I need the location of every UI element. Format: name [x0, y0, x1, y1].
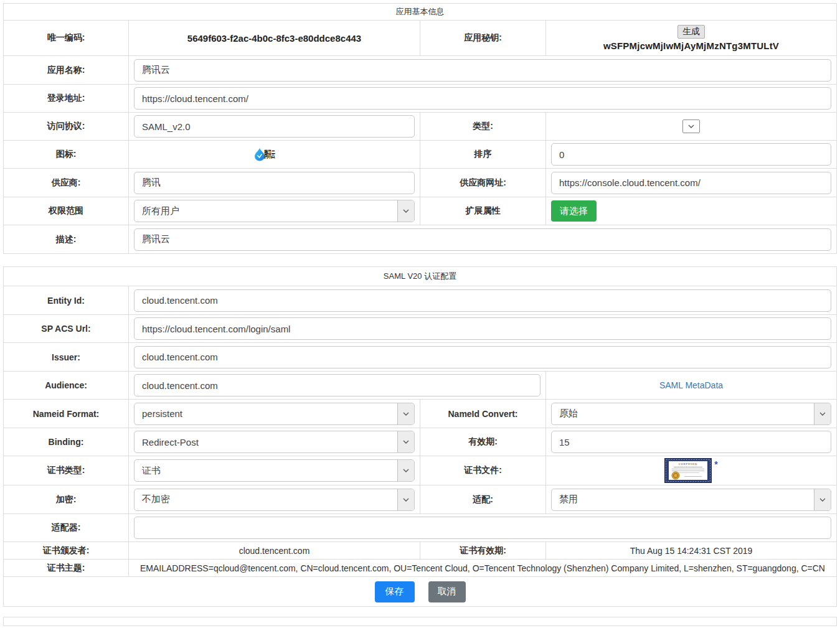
app-name-cell: [128, 56, 836, 84]
cert-file-label: 证书文件:: [420, 456, 545, 485]
app-name-input[interactable]: [134, 59, 831, 82]
cancel-button[interactable]: 取消: [428, 581, 466, 602]
chevron-down-icon: [397, 403, 414, 424]
ext-attr-select-button[interactable]: 请选择: [551, 200, 597, 222]
protocol-label: 访问协议:: [4, 113, 128, 140]
cert-type-select[interactable]: 证书: [134, 459, 415, 482]
binding-select[interactable]: Redirect-Post: [134, 431, 415, 453]
ext-attr-label: 扩展属性: [420, 197, 545, 225]
login-url-label: 登录地址:: [4, 85, 128, 112]
vendor-url-input[interactable]: [551, 172, 831, 194]
type-select[interactable]: [682, 120, 700, 133]
scope-label: 权限范围: [4, 197, 128, 225]
generate-secret-button[interactable]: 生成: [677, 25, 705, 39]
issuer-input[interactable]: [134, 346, 831, 368]
panel-title-basic-info: 应用基本信息: [4, 4, 836, 20]
saml-metadata-link[interactable]: SAML MetaData: [659, 380, 723, 390]
row-cert-subject: 证书主题: EMAILADDRESS=qcloud@tencent.com, C…: [4, 559, 836, 576]
row-entity-id: Entity Id:: [4, 286, 836, 314]
vendor-label: 供应商:: [4, 169, 128, 197]
sp-acs-url-input[interactable]: [134, 317, 831, 340]
nameid-convert-cell: 原始: [545, 400, 836, 428]
certificate-thumbnail-icon[interactable]: CERTIFIED: [664, 458, 712, 483]
type-cell: [545, 113, 836, 140]
row-icon: 图标: 腾讯云 排序: [4, 140, 836, 168]
row-actions: 保存 取消: [4, 576, 836, 606]
cert-type-cell: 证书: [128, 456, 420, 485]
row-adapter: 适配器:: [4, 513, 836, 541]
login-url-input[interactable]: [134, 87, 831, 110]
row-cert-type: 证书类型: 证书 证书文件: CERTIFIED: [4, 456, 836, 485]
entity-id-label: Entity Id:: [4, 286, 128, 314]
encryption-select[interactable]: 不加密: [134, 489, 415, 511]
chevron-down-icon: [397, 431, 414, 452]
saml-config-panel: SAML V20 认证配置 Entity Id: SP ACS Url: Iss…: [3, 266, 837, 607]
basic-info-panel: 应用基本信息 唯一编码: 5649f603-f2ac-4b0c-8fc3-e80…: [3, 3, 837, 254]
icon-label: 图标:: [4, 141, 128, 168]
chevron-down-icon: [397, 460, 414, 481]
row-app-name: 应用名称:: [4, 55, 836, 84]
cert-subject-label: 证书主题:: [4, 560, 128, 576]
validity-input[interactable]: [551, 431, 831, 453]
sort-input[interactable]: [551, 143, 831, 166]
adaptation-select[interactable]: 禁用: [551, 489, 831, 511]
binding-label: Binding:: [4, 428, 128, 456]
adaptation-label: 适配:: [420, 485, 545, 513]
save-button[interactable]: 保存: [375, 581, 415, 602]
encryption-cell: 不加密: [128, 485, 420, 513]
cert-issuer-value: cloud.tencent.com: [128, 542, 420, 559]
entity-id-cell: [128, 286, 836, 314]
vendor-cell: [128, 169, 420, 197]
nameid-format-select[interactable]: persistent: [134, 403, 415, 425]
issuer-cell: [128, 343, 836, 371]
login-url-cell: [128, 85, 836, 112]
app-secret-cell: 生成 wSFPMjcwMjIwMjAyMjMzNTg3MTULtV: [545, 21, 836, 55]
adapter-cell: [128, 514, 836, 541]
row-login-url: 登录地址:: [4, 84, 836, 112]
cert-type-value: 证书: [134, 465, 397, 477]
app-secret-value: wSFPMjcwMjIwMjAyMjMzNTg3MTULtV: [603, 40, 779, 51]
sort-cell: [545, 141, 836, 168]
adapter-label: 适配器:: [4, 514, 128, 541]
description-input[interactable]: [134, 228, 831, 251]
validity-cell: [545, 428, 836, 456]
adapter-input[interactable]: [134, 517, 831, 539]
encryption-label: 加密:: [4, 485, 128, 513]
vendor-input[interactable]: [134, 172, 415, 194]
svg-text:CERTIFIED: CERTIFIED: [679, 462, 697, 466]
unique-code-value: 5649f603-f2ac-4b0c-8fc3-e80ddce8c443: [128, 21, 420, 55]
row-encryption: 加密: 不加密 适配: 禁用: [4, 485, 836, 513]
row-scope: 权限范围 所有用户 扩展属性 请选择: [4, 197, 836, 225]
row-cert-issuer: 证书颁发者: cloud.tencent.com 证书有效期: Thu Aug …: [4, 541, 836, 559]
cert-type-label: 证书类型:: [4, 456, 128, 485]
audience-label: Audience:: [4, 372, 128, 399]
saml-metadata-cell: SAML MetaData: [545, 372, 836, 399]
nameid-format-label: Nameid Format:: [4, 400, 128, 428]
icon-caption: 腾讯云: [264, 149, 277, 161]
row-audience: Audience: SAML MetaData: [4, 371, 836, 399]
entity-id-input[interactable]: [134, 289, 831, 312]
protocol-cell: [128, 113, 420, 140]
row-unique-code: 唯一编码: 5649f603-f2ac-4b0c-8fc3-e80ddce8c4…: [4, 20, 836, 55]
cert-validity-value: Thu Aug 15 14:24:31 CST 2019: [545, 542, 836, 559]
nameid-convert-select[interactable]: 原始: [551, 403, 831, 425]
encryption-value: 不加密: [134, 494, 397, 505]
row-protocol: 访问协议: 类型:: [4, 112, 836, 140]
description-label: 描述:: [4, 225, 128, 253]
protocol-input[interactable]: [134, 115, 415, 138]
panel-title-saml-config: SAML V20 认证配置: [4, 267, 836, 286]
audience-cell: [128, 372, 545, 399]
row-sp-acs-url: SP ACS Url:: [4, 314, 836, 342]
tencent-cloud-logo-icon: 腾讯云: [254, 148, 295, 161]
description-cell: [128, 225, 836, 253]
binding-cell: Redirect-Post: [128, 428, 420, 456]
actions-cell: 保存 取消: [4, 577, 836, 606]
chevron-down-icon: [683, 120, 699, 133]
chevron-down-icon: [397, 489, 414, 510]
row-binding: Binding: Redirect-Post 有效期:: [4, 428, 836, 456]
audience-input[interactable]: [134, 374, 540, 396]
scope-select-value: 所有用户: [134, 205, 397, 217]
footer-strip: [3, 617, 837, 626]
app-name-label: 应用名称:: [4, 56, 128, 84]
scope-select[interactable]: 所有用户: [134, 200, 415, 222]
